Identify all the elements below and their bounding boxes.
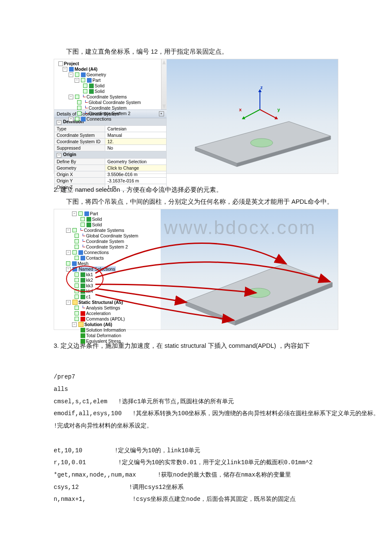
filter-icon — [58, 61, 63, 66]
part-icon — [87, 78, 92, 83]
check-icon — [83, 84, 87, 88]
connections-icon — [78, 250, 83, 255]
code-line: et,10,10 !定义编号为10的，link10单元 — [54, 447, 200, 454]
named-selections-icon — [72, 267, 77, 272]
result-icon — [81, 339, 85, 344]
axis-z-label: z — [260, 85, 263, 90]
coord-sys-icon — [78, 228, 83, 233]
code-line: /prep7 — [54, 373, 75, 380]
ns-icon — [81, 295, 85, 299]
model-icon — [69, 67, 74, 72]
svg-point-7 — [246, 288, 270, 298]
ns-icon — [81, 278, 85, 283]
coord-sys-icon — [81, 95, 86, 99]
analysis-settings-icon — [81, 306, 85, 310]
contacts-icon — [81, 256, 85, 260]
coord-sys-icon — [81, 245, 85, 249]
code-line: !完成对各向异性材料的坐标系设定。 — [54, 422, 153, 429]
axis-y-label: y — [277, 107, 280, 112]
ns-icon — [81, 289, 85, 294]
coord-sys-icon — [83, 111, 88, 116]
fig1-left-panel: Project −Model (A4) −Geometry −Part Soli… — [54, 59, 167, 173]
fig1-viewport[interactable]: z x y — [167, 59, 338, 173]
check-icon — [75, 117, 79, 121]
mesh-icon — [72, 261, 77, 266]
details-table[interactable]: −Definition TypeCartesian Coordinate Sys… — [54, 118, 167, 191]
solution-info-icon — [81, 328, 85, 332]
axis-x-label: x — [239, 107, 242, 112]
collapse-icon[interactable]: − — [75, 78, 79, 83]
check-icon — [83, 89, 87, 93]
code-line: r,10,0.01 !定义编号为10的实常数0.01，用于定义link10单元的… — [54, 459, 313, 466]
coord-sys-icon — [83, 106, 88, 110]
code-line: *get,nmax,node,,num,max !获取node的最大数值，储存在… — [54, 471, 291, 478]
paragraph-2a: 2. 建立 named selection，方便在命令流中选择必要的元素。 — [54, 185, 338, 195]
solid-icon — [86, 223, 91, 227]
code-line: alls — [54, 386, 68, 393]
pin-icon[interactable] — [159, 111, 164, 116]
acceleration-icon — [81, 311, 85, 316]
scrollbar[interactable] — [161, 59, 167, 110]
check-icon — [75, 72, 79, 77]
expand-icon[interactable]: + — [69, 117, 73, 121]
coord-sys-icon — [81, 234, 85, 238]
fig2-viewport[interactable]: www.bdocx.com — [161, 209, 338, 330]
ns-icon — [81, 272, 85, 277]
check-icon — [77, 111, 81, 116]
plate-geometry — [167, 59, 338, 173]
solid-icon — [89, 84, 94, 88]
ns-icon — [81, 283, 85, 288]
geometry-icon — [81, 72, 86, 77]
solid-icon — [86, 217, 91, 222]
check-icon — [77, 100, 81, 104]
outline-tree[interactable]: Project −Model (A4) −Geometry −Part Soli… — [54, 59, 161, 110]
part-icon — [84, 211, 89, 216]
collapse-icon[interactable]: − — [69, 72, 73, 77]
code-line: cmsel,s,c1,elem !选择c1单元所有节点,既圆柱体的所有单元 — [54, 398, 234, 405]
fig2-tree-panel[interactable]: −Part Solid Solid −Coordinate Systems Gl… — [54, 209, 161, 330]
collapse-icon[interactable]: − — [69, 95, 73, 99]
axis-z — [259, 91, 260, 110]
collapse-icon[interactable]: − — [63, 67, 67, 72]
static-structural-icon — [72, 300, 78, 305]
code-line: n,nmax+1, !csys坐标原点建立node，后面会将其固定，既吊装的固定… — [54, 496, 296, 503]
coord-sys-icon — [83, 100, 88, 105]
check-icon — [75, 95, 79, 99]
code-line: emodif,all,esys,100 !其坐标系转换为100坐标系，因为缠绕的… — [54, 410, 379, 417]
figure-1: Project −Model (A4) −Geometry −Part Soli… — [54, 59, 338, 174]
apdl-code-block: /prep7 alls cmsel,s,c1,elem !选择c1单元所有节点,… — [54, 359, 338, 506]
watermark: www.bdocx.com — [164, 217, 316, 238]
paragraph-1: 下图，建立直角坐标系，编号 12，用于指定吊装固定点。 — [54, 47, 338, 57]
svg-point-3 — [251, 139, 273, 147]
connections-icon — [81, 117, 86, 121]
solution-icon — [78, 322, 84, 327]
result-icon — [81, 333, 85, 338]
figure-2: −Part Solid Solid −Coordinate Systems Gl… — [54, 209, 338, 330]
paragraph-2b: 下图，将四个吊装点，中间的圆柱，分别定义为任何名称，必须是英文才能用于 APDL… — [54, 197, 338, 207]
solid-icon — [89, 89, 94, 94]
coord-sys-icon — [81, 239, 85, 244]
commands-icon — [81, 317, 85, 321]
check-icon — [77, 106, 81, 110]
check-icon — [81, 78, 85, 82]
code-line: csys,12 !调用csys12坐标系 — [54, 484, 184, 491]
